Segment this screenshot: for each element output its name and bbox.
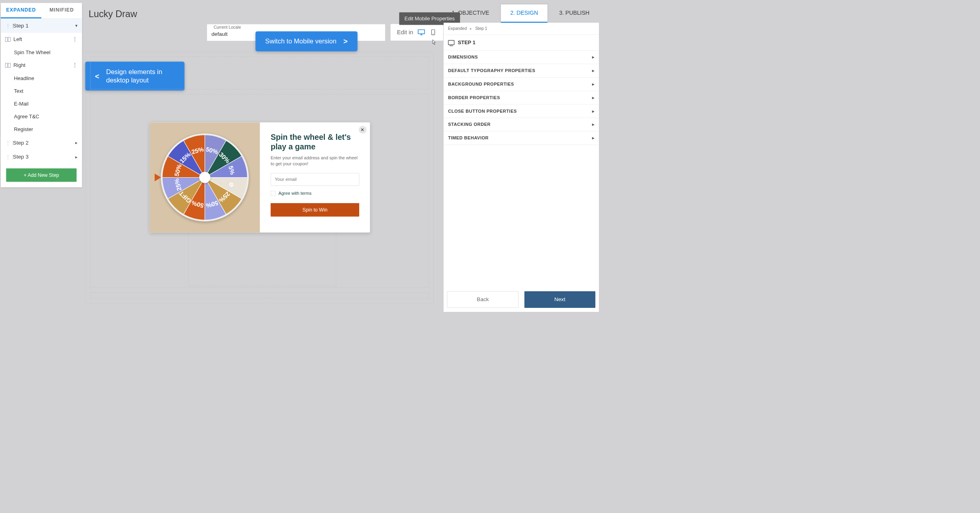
columns-icon [5, 63, 11, 68]
canvas-slot-top[interactable] [90, 57, 429, 89]
panel-step-label: STEP 1 [458, 40, 475, 46]
section-right-label: Right [14, 63, 25, 69]
sidebar-tabs: EXPANDED MINIFIED [1, 3, 82, 18]
drag-handle-icon[interactable] [5, 154, 11, 160]
step-design[interactable]: 2. DESIGN [501, 4, 548, 23]
agree-label: Agree with terms [278, 191, 311, 196]
callout-text: Switch to Mobile version [265, 37, 336, 45]
breadcrumb: Expanded ▸ Step 1 [444, 23, 599, 35]
properties-panel: Expanded ▸ Step 1 STEP 1 DIMENSIONS▸ DEF… [444, 23, 599, 311]
desktop-icon[interactable] [418, 29, 425, 35]
chevron-right-icon: ▸ [592, 108, 595, 114]
panel-step-header: STEP 1 [444, 35, 599, 51]
panel-footer: Back Next [447, 291, 595, 308]
tree-item-email[interactable]: E-Mail [1, 98, 82, 110]
row-label: BACKGROUND PROPERTIES [448, 82, 514, 87]
kebab-icon[interactable]: ⋮ [72, 36, 78, 43]
workflow-steps: 1. OBJECTIVE 2. DESIGN 3. PUBLISH [442, 4, 599, 23]
chevron-right-icon: ▸ [592, 95, 595, 100]
step-publish[interactable]: 3. PUBLISH [550, 4, 599, 23]
chevron-down-icon: ▾ [75, 23, 78, 29]
step-2-header[interactable]: Step 2 ▸ [1, 135, 82, 150]
tab-expanded[interactable]: EXPANDED [1, 3, 41, 18]
kebab-icon[interactable]: ⋮ [72, 62, 78, 69]
desktop-icon [448, 40, 454, 45]
row-background[interactable]: BACKGROUND PROPERTIES▸ [444, 78, 599, 91]
row-label: CLOSE BUTTON PROPERTIES [448, 109, 517, 114]
row-label: DIMENSIONS [448, 55, 478, 60]
popup-wheel-panel: 50%30%5%⊘25%50%50%GIFT25%50%15%25% [150, 122, 260, 233]
popup-subtext: Enter your email address and spin the wh… [271, 155, 359, 167]
edit-in-label: Edit in [397, 29, 413, 36]
row-dimensions[interactable]: DIMENSIONS▸ [444, 51, 599, 64]
drag-handle-icon[interactable] [5, 23, 11, 29]
chevron-right-icon: ▸ [592, 135, 595, 141]
step-3-header[interactable]: Step 3 ▸ [1, 150, 82, 164]
wheel-hub [199, 172, 210, 183]
left-sidebar: EXPANDED MINIFIED Step 1 ▾ Left ⋮ Spin T… [1, 3, 82, 187]
row-label: BORDER PROPERTIES [448, 95, 500, 100]
row-close-button[interactable]: CLOSE BUTTON PROPERTIES▸ [444, 104, 599, 118]
tree-item-spin-the-wheel[interactable]: Spin The Wheel [1, 46, 82, 59]
locale-label: Current Locale [213, 25, 242, 30]
tree-section-left[interactable]: Left ⋮ [1, 33, 82, 46]
row-timed[interactable]: TIMED BEHAVIOR▸ [444, 131, 599, 145]
row-label: TIMED BEHAVIOR [448, 135, 489, 141]
tab-minified[interactable]: MINIFIED [41, 3, 82, 18]
columns-icon [5, 37, 11, 41]
chevron-right-icon: ▸ [592, 122, 595, 127]
arrow-right-icon: > [343, 37, 348, 45]
email-input[interactable] [271, 173, 359, 186]
popup-form-panel: ✕ Spin the wheel & let's play a game Ent… [260, 122, 370, 233]
breadcrumb-b[interactable]: Step 1 [475, 26, 487, 31]
step-3-label: Step 3 [13, 154, 29, 160]
tree-item-register[interactable]: Register [1, 123, 82, 135]
close-button[interactable]: ✕ [359, 126, 367, 134]
canvas-slot-bottom[interactable] [90, 292, 429, 298]
step-2-label: Step 2 [13, 139, 29, 146]
wheel-pointer-icon [155, 174, 161, 182]
section-left-label: Left [14, 37, 22, 43]
row-typography[interactable]: DEFAULT TYPOGRAPHY PROPERTIES▸ [444, 64, 599, 78]
mobile-icon[interactable] [429, 29, 436, 35]
tree-section-right[interactable]: Right ⋮ [1, 59, 82, 72]
tree-item-headline[interactable]: Headline [1, 72, 82, 85]
chevron-right-icon: ▸ [592, 68, 595, 74]
svg-rect-0 [418, 29, 424, 33]
page-title: Lucky Draw [88, 9, 137, 19]
step-1-header[interactable]: Step 1 ▾ [1, 19, 82, 33]
row-label: DEFAULT TYPOGRAPHY PROPERTIES [448, 68, 535, 73]
checkbox[interactable] [271, 191, 276, 196]
row-border[interactable]: BORDER PROPERTIES▸ [444, 91, 599, 105]
tree-item-agree[interactable]: Agree T&C [1, 110, 82, 123]
add-step-button[interactable]: + Add New Step [6, 168, 76, 182]
drag-handle-icon[interactable] [5, 140, 11, 145]
chevron-right-icon: ▸ [75, 140, 78, 145]
chevron-right-icon: ▸ [592, 82, 595, 87]
step-1-label: Step 1 [13, 23, 29, 29]
breadcrumb-separator: ▸ [470, 26, 472, 31]
chevron-right-icon: ▸ [592, 55, 595, 60]
back-button[interactable]: Back [447, 291, 518, 308]
popup-preview: 50%30%5%⊘25%50%50%GIFT25%50%15%25% ✕ Spi… [150, 122, 370, 233]
agree-row[interactable]: Agree with terms [271, 191, 359, 196]
spin-button[interactable]: Spin to Win [271, 203, 359, 217]
next-button[interactable]: Next [524, 291, 595, 308]
tree-item-text[interactable]: Text [1, 85, 82, 98]
row-stacking[interactable]: STACKING ORDER▸ [444, 118, 599, 131]
edit-in-toolbar: Edit in [391, 24, 443, 41]
popup-headline: Spin the wheel & let's play a game [271, 133, 359, 151]
row-label: STACKING ORDER [448, 122, 491, 127]
chevron-right-icon: ▸ [75, 154, 78, 160]
callout-switch-mobile: Switch to Mobile version > [256, 31, 358, 51]
breadcrumb-a[interactable]: Expanded [448, 26, 467, 31]
